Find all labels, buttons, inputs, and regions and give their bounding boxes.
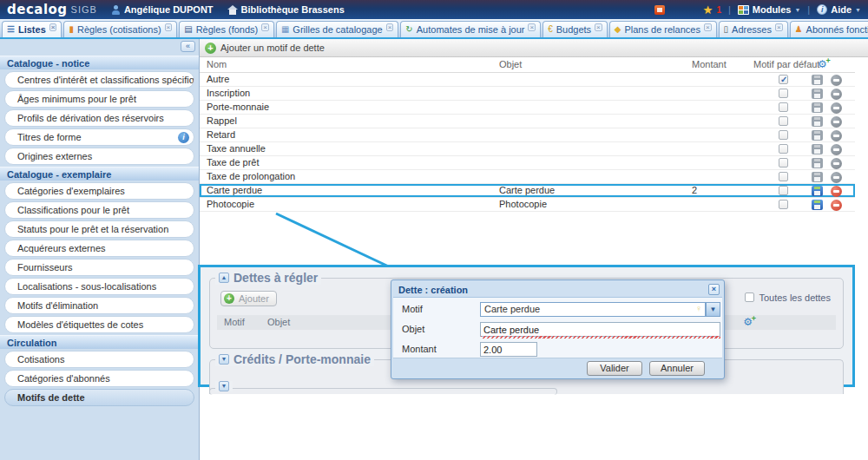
sidebar-item-fournisseurs[interactable]: Fournisseurs [4,259,194,276]
default-motif-checkbox[interactable] [779,102,788,112]
tab-abonn-s-fonctionnels[interactable]: ♟Abonnés fonctionnels× [790,21,868,37]
tab-close-icon[interactable]: × [386,23,394,31]
column-settings-gear-icon[interactable]: ⚙ [818,59,827,69]
tab-r-gles-cotisations-[interactable]: ▮Règles (cotisations)× [63,21,177,37]
delete-icon[interactable] [831,144,842,155]
favorites-star-icon[interactable]: ★ [703,5,713,15]
tab-grilles-de-catalogage[interactable]: ▦Grilles de catalogage× [276,21,398,37]
table-row-retard[interactable]: Retard [200,128,855,142]
collapse-up-icon[interactable]: ▲ [219,273,229,283]
sidebar-item-mod-les-d-tiquettes-de-cotes[interactable]: Modèles d'étiquettes de cotes [4,316,194,333]
tab-close-icon[interactable]: × [165,23,173,31]
annuler-button[interactable]: Annuler [649,361,705,376]
delete-icon[interactable] [831,186,842,197]
sidebar-collapse-button[interactable]: « [181,41,195,52]
col-montant[interactable]: Montant [692,59,727,69]
tab-close-icon[interactable]: × [775,23,783,31]
sidebar-item-localisations-sous-localisations[interactable]: Localisations - sous-localisations [4,278,194,295]
close-icon[interactable]: × [708,284,720,295]
sidebar-item-classifications-pour-le-pr-t[interactable]: Classifications pour le prêt [4,201,194,219]
sidebar-item-origines-externes[interactable]: Origines externes [4,148,194,165]
save-icon[interactable] [812,89,823,99]
tab-adresses[interactable]: ▯Adresses× [719,21,788,37]
ajouter-dette-button[interactable]: + Ajouter [220,291,277,306]
save-icon[interactable] [812,186,823,196]
aide-menu[interactable]: i Aide ▼ [817,4,861,15]
save-icon[interactable] [812,75,823,85]
modules-menu[interactable]: Modules ▼ [738,4,801,15]
delete-icon[interactable] [831,172,842,183]
col-nom[interactable]: Nom [207,59,227,69]
sidebar-item-centres-d-int-r-t-et-classifications-sp-cifiques[interactable]: Centres d'intérêt et classifications spé… [4,71,194,89]
sidebar-item--ges-minimums-pour-le-pr-t[interactable]: Âges minimums pour le prêt [4,90,194,108]
sidebar-item-cat-gories-d-exemplaires[interactable]: Catégories d'exemplaires [4,182,194,200]
save-icon[interactable] [812,158,823,168]
sidebar-item-profils-de-d-rivation-des-r-servoirs[interactable]: Profils de dérivation des réservoirs [4,109,194,127]
table-row-taxe-de-prolongation[interactable]: Taxe de prolongation [200,170,855,184]
save-icon[interactable] [812,130,823,141]
delete-icon[interactable] [831,116,842,128]
montant-input[interactable] [480,342,537,357]
cell-nom: Taxe de prêt [207,156,260,169]
tab-r-gles-fonds-[interactable]: ▤Règles (fonds)× [179,21,274,37]
info-icon[interactable]: i [178,132,189,143]
tab-plans-de-relances[interactable]: ◆Plans de relances× [609,21,717,37]
tab-close-icon[interactable]: × [261,23,269,31]
objet-input[interactable] [480,322,720,337]
tab-close-icon[interactable]: × [595,23,602,31]
sidebar-item-acqu-reurs-externes[interactable]: Acquéreurs externes [4,240,194,257]
save-icon[interactable] [812,200,823,210]
default-motif-checkbox[interactable] [779,172,788,181]
save-icon[interactable] [812,116,823,127]
save-icon[interactable] [812,144,823,154]
default-motif-checkbox[interactable] [779,144,788,154]
collapse-down-icon[interactable]: ▼ [219,381,229,391]
delete-icon[interactable] [831,89,842,100]
add-motif-button[interactable]: + Ajouter un motif de dette [200,39,868,57]
sidebar-item-motifs-de-dette[interactable]: Motifs de dette [4,389,194,406]
delete-icon[interactable] [831,200,842,211]
collapse-down-icon[interactable]: ▼ [219,354,229,365]
table-row-rappel[interactable]: Rappel [200,115,855,128]
default-motif-checkbox[interactable] [779,75,788,84]
save-icon[interactable] [812,102,823,113]
col-objet[interactable]: Objet [499,59,522,69]
tab-automates-de-mise-jour[interactable]: ↻Automates de mise à jour× [400,21,541,37]
default-motif-checkbox[interactable] [779,158,788,168]
delete-icon[interactable] [831,130,842,141]
sidebar-item-statuts-pour-le-pr-t-et-la-r-servation[interactable]: Statuts pour le prêt et la réservation [4,220,194,238]
tab-close-icon[interactable]: × [528,23,536,31]
default-motif-checkbox[interactable] [779,200,788,209]
inbox-icon[interactable] [654,5,665,15]
table-row-taxe-annuelle[interactable]: Taxe annuelle [200,142,855,156]
col-defaut[interactable]: Motif par défaut [753,59,819,69]
default-motif-checkbox[interactable] [779,186,788,195]
checkbox[interactable] [745,292,754,302]
tab-budgets[interactable]: €Budgets× [542,21,608,37]
toutes-les-dettes-checkbox[interactable]: Toutes les dettes [745,292,831,303]
column-settings-gear-icon[interactable]: ⚙ [743,317,753,327]
table-row-carte-perdue[interactable]: Carte perdueCarte perdue2 [200,184,855,198]
table-row-porte-monnaie[interactable]: Porte-monnaie [200,101,855,115]
delete-icon[interactable] [831,102,842,114]
combo-dropdown-icon[interactable]: ▼ [706,302,720,317]
sidebar-item-titres-de-forme[interactable]: Titres de formei [4,128,194,146]
tab-close-icon[interactable]: × [704,23,712,31]
sidebar-item-cotisations[interactable]: Cotisations [4,351,194,368]
tab-listes[interactable]: ☰Listes× [2,21,62,37]
table-row-taxe-de-pr-t[interactable]: Taxe de prêt [200,156,855,170]
sidebar-item-cat-gories-d-abonn-s[interactable]: Catégories d'abonnés [4,370,194,387]
table-row-photocopie[interactable]: PhotocopiePhotocopie [200,198,855,212]
default-motif-checkbox[interactable] [779,89,788,98]
table-row-autre[interactable]: Autre [200,73,855,87]
delete-icon[interactable] [831,158,842,169]
save-icon[interactable] [812,172,823,182]
table-row-inscription[interactable]: Inscription [200,87,855,101]
valider-button[interactable]: Valider [587,361,642,376]
motif-combobox[interactable]: Carte perdue ♀ ▼ [480,302,720,317]
tab-close-icon[interactable]: × [49,23,57,31]
delete-icon[interactable] [831,75,842,86]
default-motif-checkbox[interactable] [779,116,788,126]
sidebar-item-motifs-d-limination[interactable]: Motifs d'élimination [4,297,194,314]
default-motif-checkbox[interactable] [779,130,788,140]
